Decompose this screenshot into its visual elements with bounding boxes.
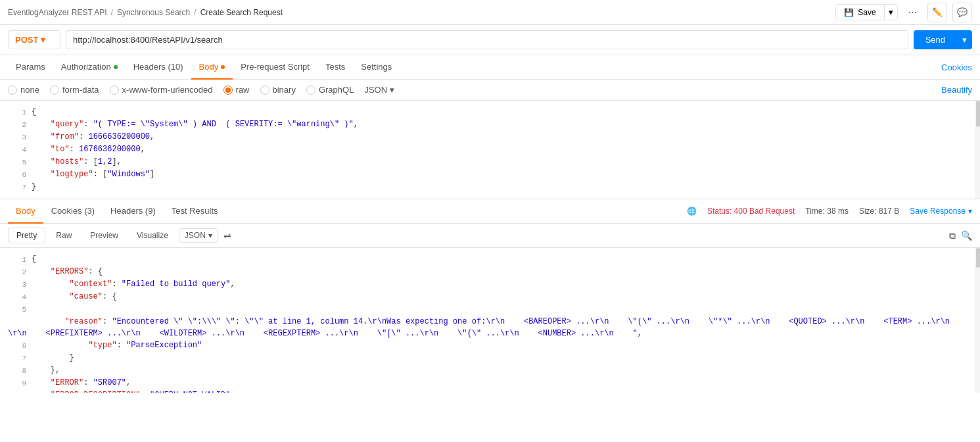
resp-line-num-8: 8 bbox=[8, 364, 26, 377]
tab-authorization-label: Authorization bbox=[61, 62, 111, 72]
response-tab-test-results[interactable]: Test Results bbox=[164, 199, 226, 224]
radio-form-data-icon bbox=[50, 86, 59, 95]
resp-line-9: 9 "ERROR": "SR007", bbox=[0, 377, 980, 389]
search-icon-button[interactable]: 🔍 bbox=[961, 230, 972, 241]
edit-icon-button[interactable]: ✏️ bbox=[927, 3, 947, 22]
code-content-1: { bbox=[32, 106, 36, 118]
tabs-right: Cookies bbox=[941, 62, 972, 72]
send-dropdown-button[interactable]: ▾ bbox=[957, 30, 972, 49]
tab-pre-request[interactable]: Pre-request Script bbox=[233, 55, 317, 80]
tab-params[interactable]: Params bbox=[8, 55, 53, 80]
code-line-4: 4 "to": 1676636200000, bbox=[0, 143, 980, 156]
response-tab-cookies[interactable]: Cookies (3) bbox=[43, 199, 103, 224]
save-button[interactable]: 💾 Save bbox=[836, 5, 883, 20]
request-body-editor[interactable]: 1 { 2 "query": "( TYPE:= \"System\" ) AN… bbox=[0, 101, 980, 199]
format-selector[interactable]: JSON ▾ bbox=[364, 85, 394, 95]
save-dropdown-button[interactable]: ▾ bbox=[884, 5, 897, 20]
breadcrumb-current: Create Search Request bbox=[200, 8, 283, 17]
resp-content-2: "ERRORS": { bbox=[32, 266, 103, 278]
code-line-1: 1 { bbox=[0, 106, 980, 118]
tab-tests-label: Tests bbox=[325, 62, 345, 72]
view-visualize-button[interactable]: Visualize bbox=[129, 228, 176, 243]
code-line-3: 3 "from": 1666636200000, bbox=[0, 131, 980, 143]
floppy-icon: 💾 bbox=[844, 8, 854, 17]
response-tab-headers[interactable]: Headers (9) bbox=[103, 199, 164, 224]
response-scrollbar[interactable] bbox=[975, 248, 980, 393]
format-label: JSON bbox=[364, 85, 387, 95]
option-graphql[interactable]: GraphQL bbox=[306, 85, 354, 95]
option-binary[interactable]: binary bbox=[260, 85, 296, 95]
line-num-5: 5 bbox=[8, 156, 26, 168]
method-selector[interactable]: POST ▾ bbox=[8, 30, 60, 49]
send-button[interactable]: Send bbox=[914, 30, 957, 49]
code-content-7: } bbox=[32, 181, 36, 193]
view-preview-button[interactable]: Preview bbox=[82, 228, 126, 243]
body-options-bar: none form-data x-www-form-urlencoded raw… bbox=[0, 80, 980, 101]
response-tab-test-results-label: Test Results bbox=[172, 206, 218, 216]
resp-content-1: { bbox=[32, 253, 36, 265]
tab-body[interactable]: Body bbox=[191, 55, 233, 80]
response-right-icons: ⧉ 🔍 bbox=[949, 230, 972, 241]
code-content-6: "logtype": ["Windows"] bbox=[32, 168, 154, 180]
beautify-button[interactable]: Beautify bbox=[941, 85, 972, 95]
more-button[interactable]: ··· bbox=[903, 4, 922, 21]
view-pretty-button[interactable]: Pretty bbox=[8, 228, 45, 243]
radio-graphql-icon bbox=[306, 86, 315, 95]
response-tab-body[interactable]: Body bbox=[8, 199, 43, 224]
method-chevron-icon: ▾ bbox=[41, 35, 45, 45]
line-num-4: 4 bbox=[8, 143, 26, 156]
code-line-5: 5 "hosts": [1,2], bbox=[0, 156, 980, 168]
response-scrollbar-thumb[interactable] bbox=[976, 248, 980, 268]
response-body-editor: 1 { 2 "ERRORS": { 3 "context": "Failed t… bbox=[0, 248, 980, 393]
url-bar: POST ▾ Send ▾ bbox=[0, 25, 980, 55]
resp-line-1: 1 { bbox=[0, 253, 980, 266]
resp-content-5: "reason": "Encountered \" \":\\\" \": \"… bbox=[8, 316, 972, 339]
resp-line-7: 7 } bbox=[0, 352, 980, 364]
resp-content-9: "ERROR": "SR007", bbox=[32, 377, 131, 389]
editor-scrollbar[interactable] bbox=[975, 101, 980, 199]
tab-tests[interactable]: Tests bbox=[317, 55, 353, 80]
response-time: Time: 38 ms bbox=[805, 207, 849, 216]
tab-settings[interactable]: Settings bbox=[353, 55, 400, 80]
save-response-button[interactable]: Save Response ▾ bbox=[910, 207, 972, 216]
cookies-link[interactable]: Cookies bbox=[941, 62, 972, 72]
option-urlencoded[interactable]: x-www-form-urlencoded bbox=[110, 85, 213, 95]
editor-scrollbar-thumb[interactable] bbox=[976, 101, 980, 127]
option-none[interactable]: none bbox=[8, 85, 39, 95]
format-chevron-icon: ▾ bbox=[390, 85, 394, 95]
tab-authorization[interactable]: Authorization bbox=[53, 55, 126, 80]
globe-icon: 🌐 bbox=[687, 207, 697, 216]
response-size: Size: 817 B bbox=[859, 207, 899, 216]
save-button-group: 💾 Save ▾ bbox=[835, 4, 897, 20]
comment-icon: 💬 bbox=[957, 7, 968, 17]
filter-icon-button[interactable]: ⇌ bbox=[221, 228, 234, 243]
resp-content-6: "type": "ParseException" bbox=[32, 339, 202, 351]
code-content-5: "hosts": [1,2], bbox=[32, 156, 122, 168]
url-input[interactable] bbox=[66, 30, 908, 49]
request-tabs-bar: Params Authorization Headers (10) Body P… bbox=[0, 55, 980, 80]
line-num-3: 3 bbox=[8, 131, 26, 143]
tab-headers[interactable]: Headers (10) bbox=[126, 55, 191, 80]
response-view-bar: Pretty Raw Preview Visualize JSON ▾ ⇌ ⧉ … bbox=[0, 224, 980, 248]
radio-urlencoded-icon bbox=[110, 86, 119, 95]
code-content-2: "query": "( TYPE:= \"System\" ) AND ( SE… bbox=[32, 118, 358, 130]
save-response-label: Save Response bbox=[910, 207, 966, 216]
resp-content-3: "context": "Failed to build query", bbox=[32, 278, 235, 290]
comment-icon-button[interactable]: 💬 bbox=[952, 3, 972, 22]
resp-line-num-10: 10 bbox=[8, 389, 26, 393]
tab-body-label: Body bbox=[199, 62, 219, 72]
option-raw[interactable]: raw bbox=[223, 85, 250, 95]
resp-line-4: 4 "cause": { bbox=[0, 291, 980, 303]
resp-line-num-4: 4 bbox=[8, 291, 26, 303]
view-raw-button[interactable]: Raw bbox=[48, 228, 80, 243]
option-form-data[interactable]: form-data bbox=[50, 85, 99, 95]
resp-line-10: 10 "ERROR_DESCRIPTION": "QUERY NOT VALID… bbox=[0, 389, 980, 393]
authorization-dot-icon bbox=[114, 65, 118, 69]
copy-icon-button[interactable]: ⧉ bbox=[949, 230, 956, 241]
filter-icon: ⇌ bbox=[223, 230, 231, 241]
option-form-data-label: form-data bbox=[62, 85, 99, 95]
response-format-selector[interactable]: JSON ▾ bbox=[179, 228, 218, 243]
option-none-label: none bbox=[20, 85, 39, 95]
resp-line-num-2: 2 bbox=[8, 266, 26, 278]
response-format-chevron-icon: ▾ bbox=[208, 231, 212, 240]
